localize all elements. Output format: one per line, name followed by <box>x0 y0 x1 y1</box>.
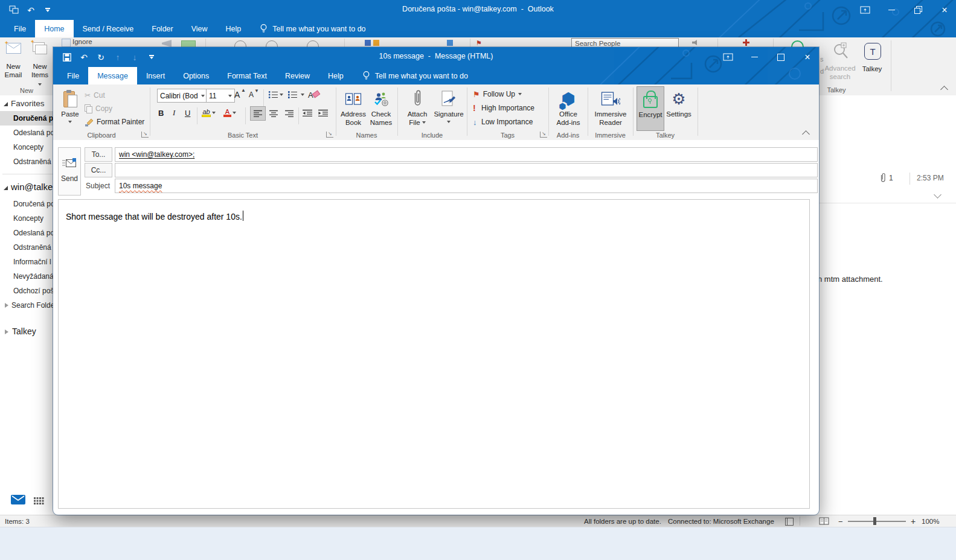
increase-indent-button[interactable] <box>318 107 329 119</box>
connection-status[interactable]: Connected to: Microsoft Exchange <box>668 518 774 525</box>
maximize-button[interactable] <box>769 51 792 63</box>
folder-item-inbox[interactable]: Doručená po <box>0 197 53 211</box>
advanced-search-button[interactable]: Advanced search <box>824 39 856 91</box>
folder-item-junk[interactable]: Nevyžádaná <box>0 269 53 284</box>
to-button[interactable]: To... <box>85 147 112 162</box>
compose-tab-insert[interactable]: Insert <box>137 67 174 84</box>
send-button[interactable]: Send <box>58 147 81 196</box>
talkey-group-label: Talkey <box>819 86 854 94</box>
zoom-in-button[interactable]: + <box>911 517 916 526</box>
compose-tab-options[interactable]: Options <box>174 67 218 84</box>
font-color-button[interactable]: A <box>223 107 236 119</box>
bullets-button[interactable] <box>268 89 283 101</box>
folder-item-deleted-favorite[interactable]: Odstraněná <box>0 154 53 169</box>
compose-tab-review[interactable]: Review <box>276 67 319 84</box>
format-painter-button[interactable]: Format Painter <box>85 116 144 128</box>
highlight-button[interactable]: ab <box>202 107 216 119</box>
settings-button[interactable]: ⚙ Settings <box>664 86 693 133</box>
basic-text-dialog-launcher[interactable]: ↘ <box>326 132 333 138</box>
check-names-button[interactable]: Check Names <box>367 86 395 133</box>
grow-font-button[interactable]: A▲ <box>234 89 240 101</box>
collapse-ribbon-icon[interactable] <box>802 130 810 138</box>
compose-tell-me[interactable]: Tell me what you want to do <box>362 67 468 84</box>
minimize-button[interactable] <box>880 4 903 16</box>
main-tab-folder[interactable]: Folder <box>143 20 182 37</box>
folder-item-search-folders[interactable]: Search Folde <box>0 298 53 313</box>
collapse-ribbon-icon[interactable] <box>940 86 948 94</box>
align-left-button[interactable] <box>250 106 266 121</box>
shrink-font-button[interactable]: A▼ <box>249 89 254 101</box>
folder-item-deleted[interactable]: Odstraněná <box>0 240 53 255</box>
clear-formatting-button[interactable]: A <box>308 89 313 101</box>
folder-item-info[interactable]: Informační l <box>0 255 53 269</box>
zoom-slider-thumb[interactable] <box>873 517 876 525</box>
talkey-root-folder[interactable]: Talkey <box>0 325 53 340</box>
folder-item-outbox[interactable]: Odchozí poš <box>0 284 53 298</box>
folder-item-sent-favorite[interactable]: Odeslaná po <box>0 126 53 140</box>
folder-item-drafts-favorite[interactable]: Koncepty <box>0 140 53 154</box>
cut-button[interactable]: ✂ Cut <box>85 89 105 101</box>
font-name-select[interactable]: Calibri (Bod <box>157 89 208 103</box>
search-people-box[interactable]: Search People <box>571 38 679 47</box>
compose-tab-message[interactable]: Message <box>88 67 137 84</box>
paste-button[interactable]: Paste <box>58 86 82 133</box>
restore-button[interactable] <box>906 4 929 16</box>
zoom-out-button[interactable]: − <box>838 517 843 526</box>
close-button[interactable]: × <box>796 51 819 63</box>
main-tab-home[interactable]: Home <box>35 20 73 37</box>
subject-field[interactable]: 10s message <box>115 179 818 193</box>
compose-tab-file[interactable]: File <box>58 67 88 84</box>
immersive-reader-button[interactable]: Immersive Reader <box>594 86 627 133</box>
attach-file-button[interactable]: Attach File <box>403 86 431 133</box>
reading-view-icon[interactable] <box>819 517 829 525</box>
ribbon-display-options-button[interactable] <box>853 4 876 16</box>
main-tell-me[interactable]: Tell me what you want to do <box>260 20 365 37</box>
zoom-level[interactable]: 100% <box>922 518 939 525</box>
compose-tab-help[interactable]: Help <box>319 67 353 84</box>
numbering-button[interactable] <box>287 89 304 101</box>
high-importance-button[interactable]: ! High Importance <box>473 102 534 114</box>
account-header[interactable]: win@talke <box>0 180 53 197</box>
encrypt-button[interactable]: Encrypt <box>637 86 664 131</box>
office-addins-button[interactable]: ⬢ ⬢ Office Add-ins <box>552 86 585 133</box>
decrease-indent-button[interactable] <box>302 107 313 119</box>
close-button[interactable]: × <box>933 4 956 16</box>
follow-up-button[interactable]: ⚑ Follow Up <box>473 88 522 100</box>
copy-button[interactable]: Copy <box>85 103 112 115</box>
underline-button[interactable]: U <box>185 107 190 119</box>
to-field[interactable]: win <win@talkey.com>; <box>115 147 818 162</box>
cc-field[interactable] <box>115 163 818 177</box>
align-center-button[interactable] <box>266 106 281 121</box>
folder-item-sent[interactable]: Odeslaná po <box>0 226 53 240</box>
signature-button[interactable]: Signature <box>434 86 464 133</box>
cc-button[interactable]: Cc... <box>85 163 112 177</box>
main-tab-help[interactable]: Help <box>217 20 251 37</box>
main-tab-view[interactable]: View <box>182 20 217 37</box>
minimize-button[interactable] <box>743 51 766 63</box>
align-right-button[interactable] <box>281 106 297 121</box>
folders-status[interactable]: All folders are up to date. <box>584 518 661 525</box>
to-recipient[interactable]: win <win@talkey.com>; <box>119 150 194 159</box>
main-tab-send-receive[interactable]: Send / Receive <box>74 20 143 37</box>
ribbon-display-options-button[interactable] <box>716 51 739 63</box>
expand-message-chevron-icon[interactable] <box>934 191 942 199</box>
favorites-header[interactable]: Favorites <box>0 97 53 111</box>
folder-item-inbox-favorite[interactable]: Doručená p <box>0 111 53 126</box>
bold-button[interactable]: B <box>158 107 164 119</box>
address-book-button[interactable]: Address Book <box>339 86 367 133</box>
folder-item-drafts[interactable]: Koncepty <box>0 211 53 226</box>
font-size-select[interactable]: 11 <box>206 89 235 103</box>
mail-nav-icon[interactable] <box>11 495 27 506</box>
main-tab-file[interactable]: File <box>5 20 35 37</box>
ignore-label[interactable]: Ignore <box>72 38 92 45</box>
apps-grid-nav-icon[interactable] <box>34 497 45 505</box>
message-body[interactable]: Short message that will be destroyed aft… <box>58 199 810 509</box>
clipboard-dialog-launcher[interactable]: ↘ <box>141 132 149 138</box>
tags-dialog-launcher[interactable]: ↘ <box>540 132 547 138</box>
zoom-slider-track[interactable] <box>848 521 906 522</box>
compose-tab-format-text[interactable]: Format Text <box>218 67 276 84</box>
italic-button[interactable]: I <box>173 107 175 119</box>
low-importance-button[interactable]: ↓ Low Importance <box>473 116 533 128</box>
talkey-ribbon-button[interactable]: T Talkey <box>858 39 887 91</box>
layout-view-icon[interactable] <box>785 518 794 526</box>
